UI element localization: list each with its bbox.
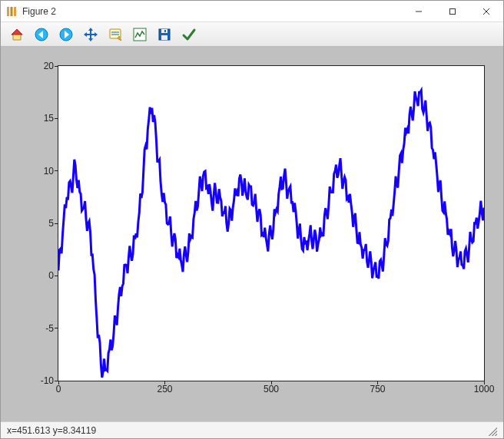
zoom-button[interactable] [105,25,125,45]
svg-marker-16 [88,38,93,41]
subplots-button[interactable] [130,25,150,45]
customize-button[interactable] [179,25,199,45]
window-title: Figure 2 [22,6,402,17]
close-button[interactable] [469,1,503,22]
arrow-left-icon [34,27,49,42]
save-icon [157,27,172,42]
titlebar[interactable]: Figure 2 [1,1,503,22]
svg-rect-1 [11,7,13,16]
home-icon [9,27,25,42]
home-button[interactable] [7,25,27,45]
svg-rect-26 [161,35,167,40]
forward-button[interactable] [56,25,76,45]
back-button[interactable] [32,25,51,45]
figure-window: Figure 2 [0,0,504,439]
cursor-coordinates: x=451.613 y=8.34119 [7,425,96,436]
svg-rect-27 [164,30,166,32]
svg-marker-18 [94,32,98,37]
svg-rect-4 [450,9,456,15]
app-icon [5,5,18,18]
window-controls [402,1,503,21]
maximize-button[interactable] [436,1,469,22]
subplots-icon [132,27,148,42]
plot-axes[interactable]: -10-505101520 02505007501000 [58,65,485,381]
minimize-button[interactable] [402,1,436,22]
line-plot [58,66,484,381]
pan-button[interactable] [81,25,101,45]
move-icon [83,27,98,42]
resize-grip-icon[interactable] [486,425,497,436]
arrow-right-icon [58,27,74,42]
check-icon [181,27,197,42]
save-button[interactable] [154,25,174,45]
figure: -10-505101520 02505007501000 [12,58,492,411]
svg-marker-15 [88,28,93,31]
svg-marker-8 [12,29,22,35]
svg-rect-0 [7,7,9,16]
canvas-area[interactable]: -10-505101520 02505007501000 [1,47,503,421]
statusbar: x=451.613 y=8.34119 [1,421,503,438]
toolbar [1,22,503,47]
zoom-icon [108,27,123,42]
svg-marker-17 [84,32,87,37]
svg-rect-2 [14,7,16,16]
